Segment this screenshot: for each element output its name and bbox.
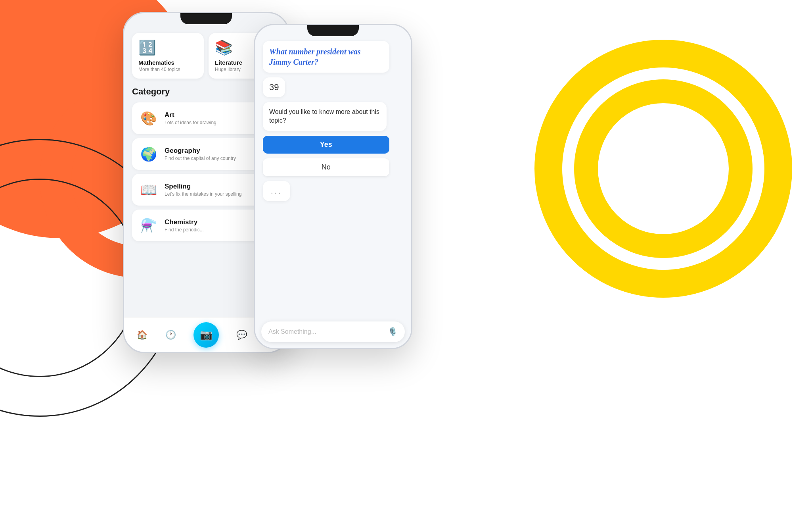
spelling-description: Let's fix the mistakes in your spelling xyxy=(165,191,241,197)
mathematics-icon: 🔢 xyxy=(138,39,197,56)
chemistry-icon: ⚗️ xyxy=(138,215,159,236)
typing-dots: ... xyxy=(271,187,282,195)
category-section-title: Category xyxy=(132,87,170,97)
spelling-text: Spelling Let's fix the mistakes in your … xyxy=(165,183,241,197)
chemistry-description: Find the periodic... xyxy=(165,227,204,233)
spelling-name: Spelling xyxy=(165,183,241,190)
chemistry-name: Chemistry xyxy=(165,218,204,226)
phone-right: What number president was Jimmy Carter? … xyxy=(254,24,412,349)
mathematics-subtitle: More than 40 topics xyxy=(138,67,197,72)
phones-container: 🔢 Mathematics More than 40 topics 📚 Lite… xyxy=(0,0,812,508)
chat-yes-button[interactable]: Yes xyxy=(263,136,389,154)
chat-bot-text: Would you like to know more about this t… xyxy=(269,108,379,124)
mic-icon[interactable]: 🎙️ xyxy=(388,327,398,337)
chat-bot-bubble: Would you like to know more about this t… xyxy=(263,102,387,131)
art-text: Art Lots of ideas for drawing xyxy=(165,111,216,125)
spelling-icon: 📖 xyxy=(138,179,159,200)
chat-answer-bubble: 39 xyxy=(263,77,285,97)
phone-right-inner: What number president was Jimmy Carter? … xyxy=(255,25,411,348)
art-description: Lots of ideas for drawing xyxy=(165,120,216,125)
art-icon: 🎨 xyxy=(138,108,159,129)
nav-chat-icon[interactable]: 💬 xyxy=(236,330,247,340)
geography-description: Find out the capital of any country xyxy=(165,156,236,161)
chat-input-area: Ask Something... 🎙️ xyxy=(261,321,405,342)
geography-icon: 🌍 xyxy=(138,144,159,164)
no-label: No xyxy=(322,163,331,171)
nav-home-icon[interactable]: 🏠 xyxy=(137,330,147,340)
chat-no-button[interactable]: No xyxy=(263,158,389,176)
yes-label: Yes xyxy=(320,140,332,148)
chat-question-bubble: What number president was Jimmy Carter? xyxy=(263,41,389,73)
chat-content: What number president was Jimmy Carter? … xyxy=(255,25,411,316)
chat-question-text: What number president was Jimmy Carter? xyxy=(269,47,361,66)
camera-icon: 📷 xyxy=(200,329,213,341)
chat-answer-text: 39 xyxy=(269,82,279,92)
chat-messages: What number president was Jimmy Carter? … xyxy=(263,41,403,201)
art-name: Art xyxy=(165,111,216,119)
nav-camera-button[interactable]: 📷 xyxy=(193,322,219,348)
chemistry-text: Chemistry Find the periodic... xyxy=(165,218,204,233)
geography-name: Geography xyxy=(165,147,236,155)
chat-typing-indicator: ... xyxy=(263,181,290,201)
phone-right-notch xyxy=(307,25,359,36)
nav-history-icon[interactable]: 🕐 xyxy=(165,330,176,340)
phone-left-notch xyxy=(180,13,232,24)
featured-card-mathematics[interactable]: 🔢 Mathematics More than 40 topics xyxy=(132,33,204,79)
geography-text: Geography Find out the capital of any co… xyxy=(165,147,236,161)
chat-input-placeholder[interactable]: Ask Something... xyxy=(268,328,388,335)
mathematics-title: Mathematics xyxy=(138,59,197,66)
